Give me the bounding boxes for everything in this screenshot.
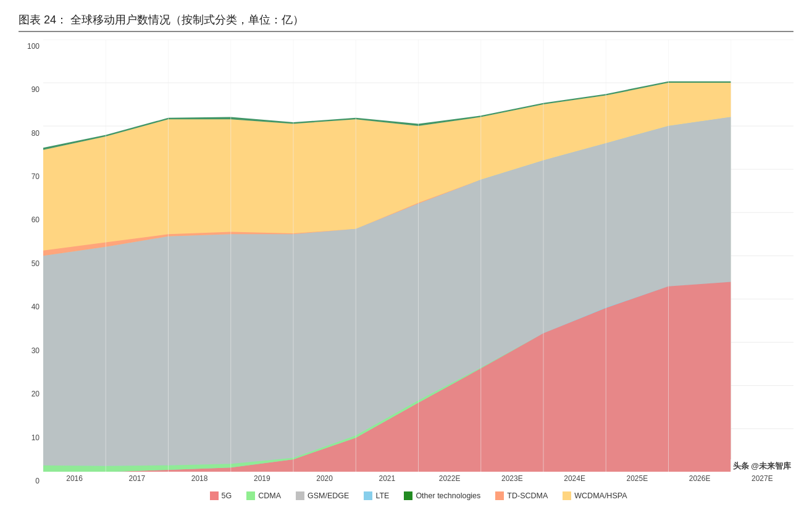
x-tick-2017: 2017	[106, 474, 168, 487]
x-tick-2025e: 2025E	[606, 474, 668, 487]
y-tick-0: 0	[35, 477, 40, 485]
x-tick-2024e: 2024E	[543, 474, 606, 487]
chart-area: 0 10 20 30 40 50 60 70 80 90 100	[19, 40, 793, 504]
y-tick-80: 80	[31, 129, 40, 138]
legend-lte: LTE	[364, 491, 389, 500]
y-tick-50: 50	[31, 259, 40, 268]
legend-other: Other technologies	[404, 491, 480, 500]
legend-label-tdscdma: TD-SCDMA	[507, 491, 548, 500]
x-tick-2021: 2021	[356, 474, 418, 487]
legend-label-cdma: CDMA	[258, 491, 281, 500]
x-tick-2023e: 2023E	[481, 474, 543, 487]
legend-cdma: CDMA	[246, 491, 281, 500]
x-tick-2019: 2019	[231, 474, 293, 487]
y-tick-40: 40	[31, 303, 40, 311]
x-axis: 2016 2017 2018 2019 2020 2021 2022E 2023…	[43, 472, 793, 487]
x-tick-2016: 2016	[43, 474, 106, 487]
legend-area: 5G CDMA GSM/EDGE LTE Other technologies	[43, 487, 793, 504]
y-tick-90: 90	[31, 85, 40, 94]
y-tick-100: 100	[27, 42, 40, 51]
legend-label-lte: LTE	[375, 491, 389, 500]
legend-swatch-gsmedge	[296, 491, 304, 500]
y-tick-60: 60	[31, 215, 40, 224]
page-container: 图表 24： 全球移动用户数情况（按制式分类，单位：亿） 0 10 20 30 …	[0, 0, 812, 510]
y-axis: 0 10 20 30 40 50 60 70 80 90 100	[19, 40, 43, 504]
watermark: 头条 @未来智库	[730, 459, 793, 473]
legend-label-wcdma: WCDMA/HSPA	[574, 491, 627, 500]
y-tick-70: 70	[31, 172, 40, 181]
legend-gsmedge: GSM/EDGE	[296, 491, 349, 500]
title-divider	[19, 31, 793, 32]
x-tick-2022e: 2022E	[419, 474, 481, 487]
x-tick-2026e: 2026E	[669, 474, 731, 487]
y-tick-20: 20	[31, 390, 40, 398]
legend-swatch-cdma	[246, 491, 255, 500]
legend-label-other: Other technologies	[416, 491, 480, 500]
chart-title: 图表 24： 全球移动用户数情况（按制式分类，单位：亿）	[19, 12, 793, 27]
legend-label-gsmedge: GSM/EDGE	[308, 491, 349, 500]
legend-5g: 5G	[210, 491, 232, 500]
legend-swatch-wcdma	[563, 491, 571, 500]
legend-tdscdma: TD-SCDMA	[495, 491, 548, 500]
y-tick-10: 10	[31, 433, 40, 442]
legend-swatch-5g	[210, 491, 219, 500]
legend-wcdma: WCDMA/HSPA	[563, 491, 627, 500]
legend-label-5g: 5G	[222, 491, 232, 500]
legend-swatch-lte	[364, 491, 372, 500]
x-tick-2018: 2018	[169, 474, 231, 487]
y-tick-30: 30	[31, 346, 40, 355]
x-tick-2027e: 2027E	[731, 474, 793, 487]
chart-content: 2016 2017 2018 2019 2020 2021 2022E 2023…	[43, 40, 793, 504]
legend-swatch-other	[404, 491, 412, 500]
chart-svg-container	[43, 40, 793, 472]
legend-swatch-tdscdma	[495, 491, 504, 500]
x-tick-2020: 2020	[293, 474, 356, 487]
